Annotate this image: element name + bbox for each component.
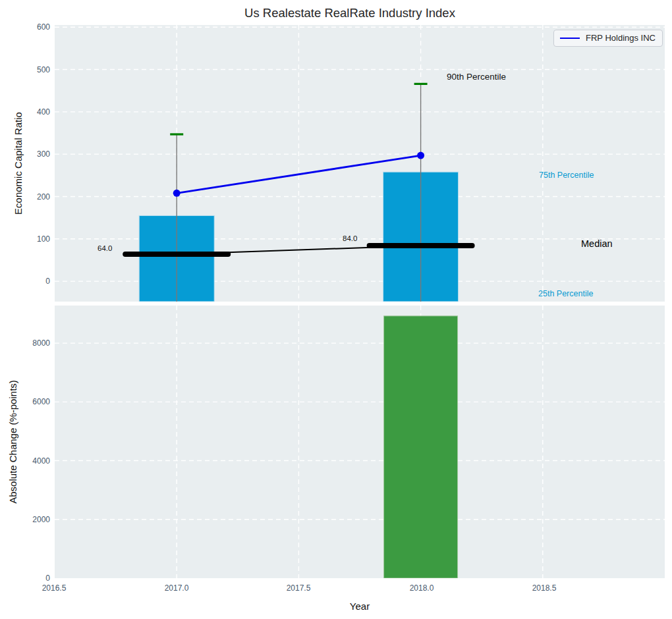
chart-title: Us Realestate RealRate Industry Index [244,6,455,20]
xtick-2017-5: 2017.5 [287,583,311,593]
median-value-label-2017: 64.0 [98,244,112,252]
top-y-axis-label: Economic Capital Ratio [13,112,24,215]
annotation-75th-percentile: 75th Percentile [539,171,594,180]
xtick-2018-5: 2018.5 [532,583,557,593]
ytick-top-600: 600 [20,22,50,32]
ytick-bottom-0: 0 [20,574,50,583]
ytick-top-0: 0 [20,277,50,286]
legend: FRP Holdings INC [553,30,663,47]
bottom-axes [55,306,665,578]
ytick-bottom-8000: 8000 [20,338,50,348]
bottom-plot-canvas [55,306,665,578]
ytick-bottom-2000: 2000 [20,515,50,524]
ytick-top-500: 500 [20,65,50,74]
ytick-top-200: 200 [20,192,50,202]
top-axes: 90th Percentile 75th Percentile Median 2… [55,25,665,302]
annotation-90th-percentile: 90th Percentile [447,72,506,82]
figure: Us Realestate RealRate Industry Index 90… [0,0,672,619]
ytick-top-400: 400 [20,107,50,117]
median-value-label-2018: 84.0 [343,234,357,242]
x-axis-label: Year [350,601,370,612]
legend-label: FRP Holdings INC [586,33,656,43]
ytick-bottom-6000: 6000 [20,397,50,406]
legend-line-swatch [560,38,580,39]
annotation-median: Median [581,238,613,249]
ytick-top-300: 300 [20,149,50,159]
xtick-2018-0: 2018.0 [410,583,434,593]
bottom-y-axis-label: Absolute Change (%-points) [7,380,18,504]
ytick-top-100: 100 [20,234,50,244]
top-plot-canvas [55,25,665,302]
xtick-2017-0: 2017.0 [165,583,189,593]
annotation-25th-percentile: 25th Percentile [538,289,593,298]
ytick-bottom-4000: 4000 [20,456,50,466]
xtick-2016-5: 2016.5 [42,583,67,593]
